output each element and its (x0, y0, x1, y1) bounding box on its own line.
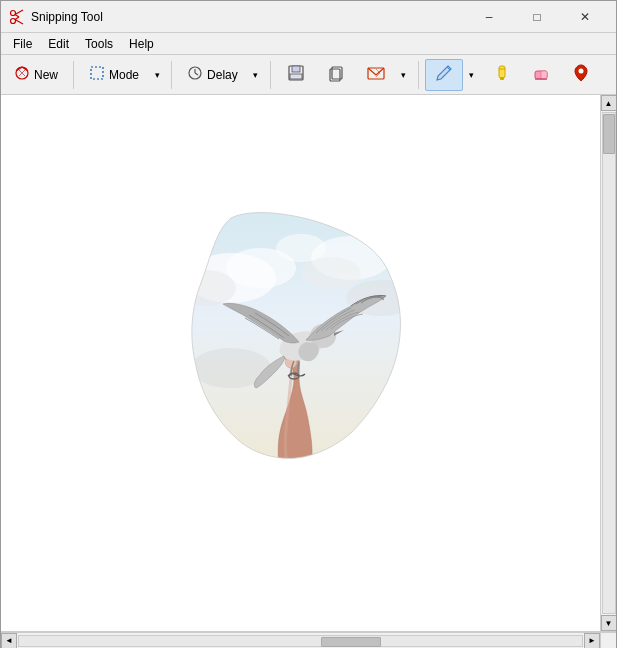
svg-point-26 (578, 69, 583, 74)
content-area: ▲ ▼ (1, 95, 616, 631)
menu-bar: File Edit Tools Help (1, 33, 616, 55)
mode-group: Mode ▾ (80, 59, 165, 91)
svg-rect-24 (541, 71, 547, 79)
svg-line-5 (15, 17, 19, 20)
separator-2 (171, 61, 172, 89)
maximize-button[interactable]: □ (514, 4, 560, 30)
scroll-up-button[interactable]: ▲ (601, 95, 617, 111)
svg-line-3 (15, 19, 23, 24)
svg-point-33 (276, 234, 326, 262)
email-icon (366, 63, 386, 86)
separator-4 (418, 61, 419, 89)
new-button[interactable]: New (5, 59, 67, 91)
delay-button[interactable]: Delay (178, 59, 247, 91)
scroll-down-button[interactable]: ▼ (601, 615, 617, 631)
window-controls: – □ ✕ (466, 4, 608, 30)
snipped-image (151, 198, 451, 498)
delay-group: Delay ▾ (178, 59, 264, 91)
new-label: New (34, 68, 58, 82)
pen-group: ▾ (425, 59, 480, 91)
mode-label: Mode (109, 68, 139, 82)
new-icon (14, 65, 30, 84)
canvas (1, 95, 600, 631)
mode-dropdown[interactable]: ▾ (149, 59, 165, 91)
close-button[interactable]: ✕ (562, 4, 608, 30)
delay-dropdown[interactable]: ▾ (248, 59, 264, 91)
horizontal-scrollbar: ◄ ► (1, 632, 600, 648)
pin-icon (571, 63, 591, 86)
save-button[interactable] (277, 59, 315, 91)
svg-rect-20 (499, 66, 505, 78)
scroll-track-horizontal (18, 635, 583, 647)
horizontal-scrollbar-container: ◄ ► (1, 631, 616, 647)
svg-line-4 (15, 14, 19, 17)
svg-point-1 (11, 18, 16, 23)
email-group: ▾ (357, 59, 412, 91)
toolbar: New Mode ▾ (1, 55, 616, 95)
scrollbar-corner (600, 632, 616, 648)
svg-rect-14 (292, 66, 300, 72)
separator-3 (270, 61, 271, 89)
minimize-button[interactable]: – (466, 4, 512, 30)
delay-icon (187, 65, 203, 84)
mode-icon (89, 65, 105, 84)
svg-line-12 (195, 73, 198, 75)
svg-rect-9 (91, 67, 103, 79)
eraser-button[interactable] (522, 59, 560, 91)
menu-file[interactable]: File (5, 35, 40, 53)
pen-button[interactable] (425, 59, 463, 91)
svg-point-0 (11, 10, 16, 15)
menu-edit[interactable]: Edit (40, 35, 77, 53)
marker-button[interactable] (482, 59, 520, 91)
mode-button[interactable]: Mode (80, 59, 148, 91)
menu-help[interactable]: Help (121, 35, 162, 53)
svg-rect-15 (290, 74, 302, 79)
save-icon (286, 63, 306, 86)
svg-point-30 (176, 270, 236, 306)
scroll-right-button[interactable]: ► (584, 633, 600, 649)
email-dropdown[interactable]: ▾ (396, 59, 412, 91)
window: Snipping Tool – □ ✕ File Edit Tools Help (0, 0, 617, 648)
scroll-thumb-horizontal[interactable] (321, 637, 381, 647)
scroll-thumb-vertical[interactable] (603, 114, 615, 154)
scroll-track-vertical (602, 112, 616, 614)
svg-rect-21 (500, 77, 504, 80)
copy-icon (326, 63, 346, 86)
scroll-left-button[interactable]: ◄ (1, 633, 17, 649)
app-icon (9, 9, 25, 25)
svg-point-32 (301, 257, 361, 289)
pin-button[interactable] (562, 59, 600, 91)
eraser-icon (531, 63, 551, 86)
title-bar: Snipping Tool – □ ✕ (1, 1, 616, 33)
pen-dropdown[interactable]: ▾ (464, 59, 480, 91)
menu-tools[interactable]: Tools (77, 35, 121, 53)
svg-line-2 (15, 10, 23, 15)
pen-icon (434, 63, 454, 86)
marker-icon (491, 63, 511, 86)
email-button[interactable] (357, 59, 395, 91)
separator-1 (73, 61, 74, 89)
copy-button[interactable] (317, 59, 355, 91)
vertical-scrollbar: ▲ ▼ (600, 95, 616, 631)
window-title: Snipping Tool (31, 10, 466, 24)
delay-label: Delay (207, 68, 238, 82)
